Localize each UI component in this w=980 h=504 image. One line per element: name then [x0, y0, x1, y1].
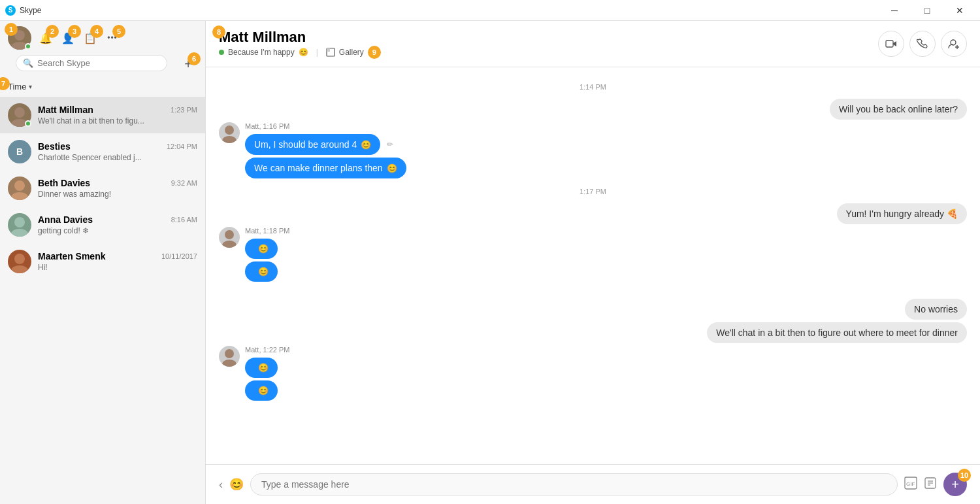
message-input[interactable] [250, 473, 898, 496]
svg-point-2 [14, 107, 25, 118]
bubble-emoji-4: 😊 [258, 267, 269, 277]
avatar-besties: B [8, 140, 31, 163]
conv-name-mm: Matt Millman [38, 105, 93, 115]
input-back-button[interactable]: ‹ [219, 478, 223, 492]
bubble-beth: 😊 [245, 261, 278, 282]
search-input[interactable] [37, 58, 160, 68]
minimize-button[interactable]: ─ [879, 0, 909, 21]
conv-header-maarten: Maarten Smenk 10/11/2017 [38, 251, 197, 261]
chat-status-dot [219, 50, 224, 55]
conv-time-mm: 1:23 PM [171, 106, 197, 114]
video-call-button[interactable] [878, 31, 904, 57]
chat-header: 8 Matt Millman Because I'm happy 😊 | Gal… [206, 21, 980, 67]
gallery-label: Gallery [339, 48, 364, 57]
conv-preview-besties: Charlotte Spencer enabled j... [38, 153, 197, 162]
svg-point-17 [222, 136, 237, 143]
svg-rect-12 [886, 41, 893, 47]
conv-name-maarten: Maarten Smenk [38, 251, 105, 261]
timestamp-1: 1:14 PM [219, 83, 967, 91]
bubble-emoji-6: 😊 [258, 386, 269, 395]
avatar-beth [8, 176, 31, 200]
conv-avatar-anna [8, 213, 31, 237]
message-row-matt-1: Matt, 1:16 PM Um, I should be around 4 😊… [219, 122, 967, 178]
add-person-button[interactable] [941, 31, 967, 57]
conv-preview-maarten: Hi! [38, 263, 197, 272]
svg-text:GIF: GIF [906, 481, 915, 487]
svg-point-4 [14, 180, 25, 191]
online-status-dot [25, 120, 31, 127]
badge-8: 8 [212, 25, 225, 39]
gif-icon: GIF [904, 477, 917, 490]
gif-button[interactable]: GIF [904, 477, 917, 492]
msg-sender-time-3: Matt, 1:22 PM [245, 346, 289, 354]
attach-icon [924, 477, 937, 490]
conv-item-matt-millman[interactable]: Matt Millman 1:23 PM We'll chat in a bit… [0, 97, 205, 133]
bubble-right-theater: We'll chat in a bit then to figure out w… [707, 322, 967, 343]
conv-header-mm: Matt Millman 1:23 PM [38, 105, 197, 115]
conv-info-beth: Beth Davies 9:32 AM Dinner was amazing! [38, 178, 197, 199]
msg-avatar-matt-2 [219, 227, 240, 248]
conv-avatar-matt-millman [8, 103, 31, 127]
svg-point-19 [222, 241, 237, 248]
bubble-no-worries: 😊 [245, 358, 278, 378]
avatar-status [25, 43, 31, 50]
svg-point-18 [225, 230, 234, 239]
contacts-btn-wrapper: 👤 3 [57, 27, 78, 48]
filter-label[interactable]: Time [8, 82, 26, 92]
conv-time-beth: 9:32 AM [171, 179, 197, 187]
title-bar-left: S Skype [5, 5, 41, 16]
bubble-around-4: Um, I should be around 4 😊 [245, 134, 380, 155]
new-chat-btn-wrapper: + 6 [179, 56, 197, 74]
chat-header-right [878, 31, 967, 57]
conv-item-beth-davies[interactable]: Beth Davies 9:32 AM Dinner was amazing! [0, 170, 205, 207]
maximize-button[interactable]: □ [912, 0, 942, 21]
bubble-emoji-2: 😊 [387, 163, 397, 173]
chat-input-area: ‹ 😊 GIF 10 + [206, 464, 980, 504]
video-call-icon [885, 38, 897, 50]
chat-status: Because I'm happy 😊 | Gallery 9 [219, 46, 381, 59]
conv-time-anna: 8:16 AM [171, 216, 197, 224]
audio-call-button[interactable] [909, 31, 936, 57]
conv-item-maarten[interactable]: Maarten Smenk 10/11/2017 Hi! [0, 243, 205, 280]
avatar-maarten [8, 250, 31, 273]
title-bar-title: Skype [20, 6, 41, 15]
status-divider: | [316, 48, 318, 57]
edit-icon: ✏ [387, 140, 393, 149]
notifications-btn-wrapper: 🔔 2 [35, 27, 56, 48]
contact-name-wrapper: 8 Matt Millman [219, 29, 381, 46]
conv-item-anna-davies[interactable]: Anna Davies 8:16 AM getting cold! ❄ [0, 207, 205, 243]
recents-btn-wrapper: 📋 4 [80, 27, 101, 48]
badge-2: 2 [46, 25, 59, 38]
conv-info-besties: Besties 12:04 PM Charlotte Spencer enabl… [38, 141, 197, 162]
conv-item-besties[interactable]: B Besties 12:04 PM Charlotte Spencer ena… [0, 133, 205, 170]
conv-time-maarten: 10/11/2017 [161, 252, 197, 260]
chat-area: 8 Matt Millman Because I'm happy 😊 | Gal… [206, 21, 980, 504]
input-emoji-button[interactable]: 😊 [229, 477, 244, 492]
bubble-haha: 😊 [245, 239, 278, 259]
messages-area: 1:14 PM Will you be back online later? M… [206, 67, 980, 464]
sidebar: 1 🔔 2 👤 3 📋 4 [0, 21, 206, 504]
skype-logo-icon: S [5, 5, 16, 16]
conv-avatar-maarten [8, 250, 31, 273]
right-message-1: Will you be back online later? [219, 99, 967, 120]
user-avatar-container[interactable]: 1 [8, 26, 31, 50]
filter-row: 7 Time ▾ [0, 80, 205, 97]
bubble-emoji-1: 😊 [361, 140, 371, 150]
chat-status-emoji: 😊 [299, 48, 308, 57]
attach-button[interactable] [924, 477, 937, 492]
msg-content-matt-3: Matt, 1:22 PM 😊 😊 [245, 346, 289, 401]
avatar-anna [8, 213, 31, 237]
more-btn-wrapper: ••• 5 [102, 27, 123, 48]
chat-status-text: Because I'm happy [228, 48, 295, 57]
chevron-down-icon: ▾ [29, 83, 32, 90]
message-row-matt-2: Matt, 1:18 PM 😊 😊 [219, 227, 967, 282]
title-bar-controls: ─ □ ✕ [879, 0, 975, 21]
close-button[interactable]: ✕ [945, 0, 975, 21]
badge-4: 4 [90, 25, 103, 38]
msg-sender-time-2: Matt, 1:18 PM [245, 227, 289, 235]
conv-time-besties: 12:04 PM [167, 143, 197, 150]
conv-name-besties: Besties [38, 141, 71, 152]
svg-rect-11 [327, 48, 330, 52]
conv-preview-beth: Dinner was amazing! [38, 190, 197, 199]
badge-9: 9 [368, 46, 381, 59]
